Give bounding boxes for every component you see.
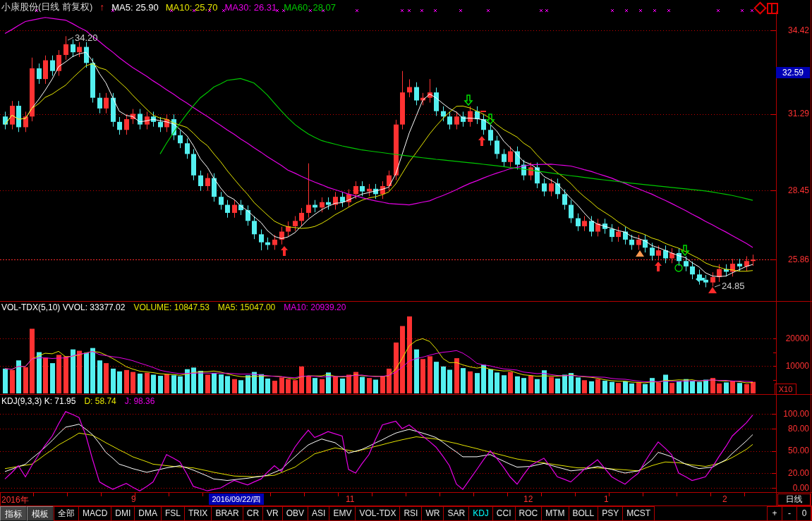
kdj-axis-label: 100.00: [777, 409, 809, 419]
indicator-button-dma[interactable]: DMA: [135, 506, 162, 521]
indicator-button-psy[interactable]: PSY: [598, 506, 623, 521]
kdj-axis-label: 50.00: [777, 446, 809, 455]
tab-indicators[interactable]: 指标: [0, 506, 27, 521]
split-panes-icon[interactable]: [767, 3, 778, 14]
vol-ma10-value: MA10: 20939.20: [284, 302, 346, 312]
price-axis-label: 34.42: [777, 25, 809, 35]
vol-volume-value: VOLUME: 10847.53: [133, 302, 209, 312]
indicator-button-kdj[interactable]: KDJ: [469, 506, 493, 521]
indicator-button-mtm[interactable]: MTM: [542, 506, 569, 521]
indicator-button-obv[interactable]: OBV: [283, 506, 308, 521]
chart-canvas[interactable]: [0, 0, 812, 521]
ma30-value: MA30: 26.31: [225, 2, 277, 13]
vol-ma5-value: MA5: 15047.00: [218, 302, 275, 312]
time-axis-label: 2: [722, 494, 727, 504]
time-axis-label: 11: [346, 494, 354, 504]
indicator-button-dmi[interactable]: DMI: [111, 506, 135, 521]
ma5-value: MA5: 25.90: [111, 2, 159, 13]
kdj-j-value: J: 98.36: [125, 396, 155, 406]
time-axis-label: 12: [523, 494, 533, 504]
period-selector[interactable]: 日线: [777, 494, 811, 505]
indicator-button-cci[interactable]: CCI: [493, 506, 516, 521]
symbol-title: 小康股份(日线 前复权): [1, 1, 92, 13]
price-axis-label: 28.45: [777, 185, 809, 195]
zoom-in-button[interactable]: +: [767, 506, 782, 521]
price-highlight-label: 32.59: [776, 67, 810, 78]
time-axis-label: 9: [131, 494, 136, 504]
volume-unit-badge: X10: [775, 384, 796, 395]
indicator-button-roc[interactable]: ROC: [516, 506, 543, 521]
time-axis-label: 1: [604, 494, 609, 504]
price-axis-label: 31.29: [777, 109, 809, 118]
tab-templates[interactable]: 模板: [27, 506, 54, 521]
indicator-button-trix[interactable]: TRIX: [185, 506, 212, 521]
kdj-axis-label: 0.00: [777, 483, 809, 493]
kdj-k-value: KDJ(9,3,3) K: 71.95: [1, 396, 75, 406]
volume-axis-label: 10000: [777, 361, 809, 371]
indicator-button-boll[interactable]: BOLL: [569, 506, 599, 521]
indicator-button-emv[interactable]: EMV: [329, 506, 356, 521]
low-price-annotation: 24.85: [722, 281, 745, 291]
volume-axis-label: 20000: [777, 333, 809, 343]
toolbar-spacer: [655, 506, 767, 521]
indicator-button-cr[interactable]: CR: [243, 506, 263, 521]
time-axis-label: 2016年: [1, 494, 29, 506]
indicator-button-mcst[interactable]: MCST: [623, 506, 655, 521]
zoom-out-button[interactable]: -: [782, 506, 797, 521]
kdj-panel-header: KDJ(9,3,3) K: 71.95 D: 58.74 J: 98.36: [1, 396, 154, 406]
vol-indicator-label: VOL-TDX(5,10) VVOL: 33377.02: [1, 302, 125, 312]
indicator-button-fsl[interactable]: FSL: [162, 506, 185, 521]
volume-panel-header: VOL-TDX(5,10) VVOL: 33377.02 VOLUME: 108…: [1, 302, 346, 312]
indicator-button-sar[interactable]: SAR: [444, 506, 469, 521]
indicator-toolbar: 指标 模板 全部 MACD DMI DMA FSL TRIX BRAR CR V…: [0, 506, 812, 521]
indicator-button-wr[interactable]: WR: [422, 506, 444, 521]
price-axis-label: 25.86: [777, 255, 809, 264]
main-chart-header: 小康股份(日线 前复权) ↑ MA5: 25.90 MA10: 25.70 MA…: [1, 1, 336, 13]
indicator-button-rsi[interactable]: RSI: [400, 506, 422, 521]
indicator-button-macd[interactable]: MACD: [79, 506, 111, 521]
indicator-button-vr[interactable]: VR: [263, 506, 283, 521]
kdj-axis-label: 80.00: [777, 424, 809, 434]
zoom-reset-button[interactable]: 0: [797, 506, 812, 521]
indicator-button-asi[interactable]: ASI: [308, 506, 329, 521]
indicator-button-all[interactable]: 全部: [54, 506, 79, 521]
kdj-d-value: D: 58.74: [84, 396, 116, 406]
cursor-date-badge: 2016/09/22/四: [209, 494, 264, 505]
trading-app-window: 小康股份(日线 前复权) ↑ MA5: 25.90 MA10: 25.70 MA…: [0, 0, 812, 521]
ma10-value: MA10: 25.70: [166, 2, 218, 13]
indicator-button-brar[interactable]: BRAR: [212, 506, 243, 521]
kdj-axis-label: 20.00: [777, 468, 809, 478]
high-price-annotation: 34.20: [75, 32, 98, 43]
ma60-value: MA60: 28.07: [284, 2, 336, 13]
indicator-button-vol-tdx[interactable]: VOL-TDX: [356, 506, 400, 521]
trend-up-icon: ↑: [99, 3, 104, 12]
